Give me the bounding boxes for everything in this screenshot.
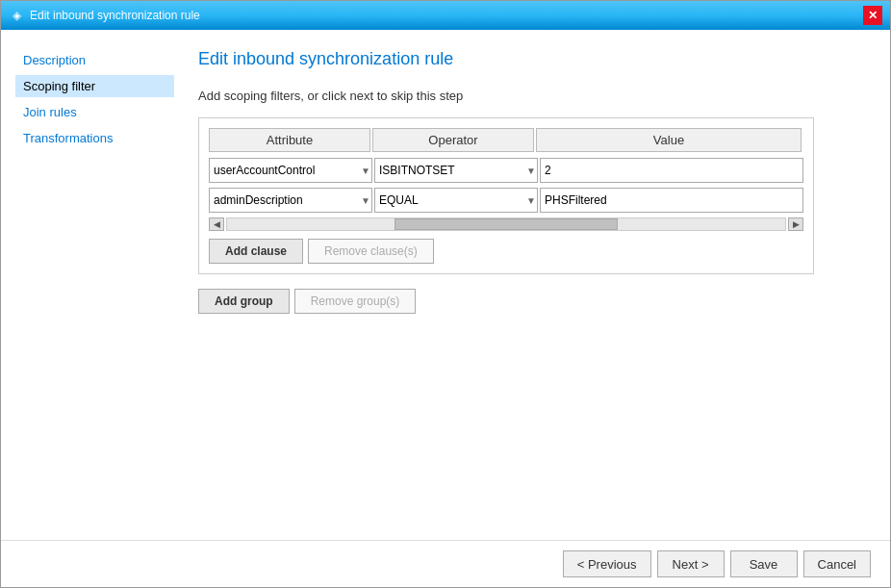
title-bar-left: ◈ Edit inbound synchronization rule — [9, 8, 200, 23]
app-icon: ◈ — [9, 8, 24, 23]
close-button[interactable]: ✕ — [863, 6, 882, 25]
footer: < Previous Next > Save Cancel — [1, 540, 890, 587]
sidebar-item-transformations[interactable]: Transformations — [15, 127, 174, 149]
attribute-select-2[interactable]: adminDescription — [209, 188, 372, 213]
attribute-select-1[interactable]: userAccountControl — [209, 158, 372, 183]
header-operator: Operator — [372, 128, 534, 152]
sidebar: Description Scoping filter Join rules Tr… — [1, 30, 174, 540]
value-input-1[interactable] — [540, 158, 803, 183]
scrollbar-row: ◀ ▶ — [209, 217, 803, 231]
operator-select-wrapper-1: ISBITNOTSET ▼ — [374, 158, 538, 183]
content-area: Description Scoping filter Join rules Tr… — [1, 30, 890, 540]
cancel-button[interactable]: Cancel — [803, 550, 871, 577]
header-value: Value — [536, 128, 802, 152]
filter-row-2: adminDescription ▼ EQUAL ▼ — [209, 188, 803, 213]
operator-select-1[interactable]: ISBITNOTSET — [374, 158, 538, 183]
filter-header-row: Attribute Operator Value — [209, 128, 803, 152]
operator-select-wrapper-2: EQUAL ▼ — [374, 188, 538, 213]
operator-select-2[interactable]: EQUAL — [374, 188, 538, 213]
next-button[interactable]: Next > — [657, 550, 725, 577]
remove-group-button[interactable]: Remove group(s) — [294, 289, 417, 314]
add-clause-button[interactable]: Add clause — [209, 239, 303, 264]
add-group-button[interactable]: Add group — [198, 289, 290, 314]
scroll-thumb — [395, 218, 618, 230]
attribute-select-wrapper-1: userAccountControl ▼ — [209, 158, 372, 183]
filter-row-1: userAccountControl ▼ ISBITNOTSET ▼ — [209, 158, 803, 183]
attribute-select-wrapper-2: adminDescription ▼ — [209, 188, 372, 213]
sidebar-item-scoping-filter[interactable]: Scoping filter — [15, 75, 174, 97]
scroll-track[interactable] — [226, 217, 786, 231]
title-text: Edit inbound synchronization rule — [30, 9, 200, 22]
scroll-right-button[interactable]: ▶ — [788, 217, 803, 231]
remove-clause-button[interactable]: Remove clause(s) — [308, 239, 434, 264]
header-attribute: Attribute — [209, 128, 370, 152]
sidebar-item-description[interactable]: Description — [15, 49, 174, 71]
main-window: ◈ Edit inbound synchronization rule ✕ De… — [0, 0, 891, 588]
main-content: Edit inbound synchronization rule Add sc… — [174, 30, 890, 540]
clause-buttons: Add clause Remove clause(s) — [209, 239, 803, 264]
save-button[interactable]: Save — [730, 550, 798, 577]
filter-table-container: Attribute Operator Value userAccountCont… — [198, 117, 814, 274]
page-title: Edit inbound synchronization rule — [198, 49, 866, 69]
title-bar: ◈ Edit inbound synchronization rule ✕ — [1, 1, 890, 30]
group-buttons: Add group Remove group(s) — [198, 289, 866, 314]
sidebar-item-join-rules[interactable]: Join rules — [15, 101, 174, 123]
previous-button[interactable]: < Previous — [563, 550, 651, 577]
instruction-text: Add scoping filters, or click next to sk… — [198, 89, 866, 103]
scroll-left-button[interactable]: ◀ — [209, 217, 224, 231]
value-input-2[interactable] — [540, 188, 803, 213]
